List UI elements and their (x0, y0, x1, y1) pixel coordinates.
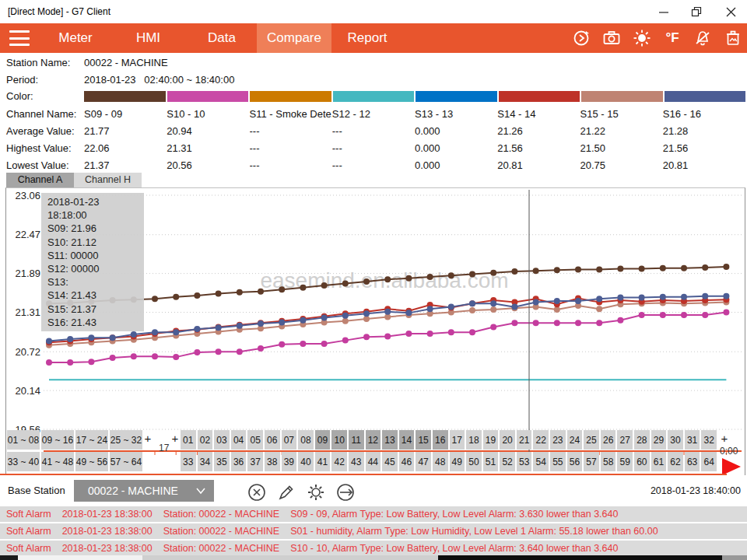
channel-number-button[interactable]: 14 (399, 430, 415, 450)
channel-number-button[interactable]: 19 (483, 430, 499, 450)
channel-number-button[interactable]: 30 (668, 430, 683, 450)
alarm-row[interactable]: Soft Alarm2018-01-23 18:38:00Station: 00… (0, 541, 747, 556)
expand-grid-left-button[interactable]: + (170, 432, 180, 445)
channel-number-button[interactable]: 60 (634, 452, 650, 471)
channel-number-button[interactable]: 09 (315, 430, 331, 450)
nav-item-report[interactable]: Report (341, 23, 394, 53)
channel-number-button[interactable]: 18 (466, 430, 482, 450)
channel-number-button[interactable]: 62 (668, 452, 683, 471)
channel-number-button[interactable]: 07 (282, 430, 297, 450)
channel-number-button[interactable]: 15 (416, 430, 431, 450)
nav-item-hmi[interactable]: HMI (127, 23, 170, 53)
channel-number-button[interactable]: 31 (685, 430, 700, 450)
channel-number-button[interactable]: 25 (584, 430, 599, 450)
channel-number-button[interactable]: 44 (366, 452, 381, 471)
channel-number-button[interactable]: 53 (517, 452, 532, 471)
channel-number-button[interactable]: 26 (601, 430, 616, 450)
minimize-button[interactable] (651, 0, 677, 23)
channel-number-button[interactable]: 04 (231, 430, 247, 450)
channel-number-button[interactable]: 57 (584, 452, 599, 471)
camera-icon[interactable] (602, 29, 621, 47)
channel-number-button[interactable]: 49 (450, 452, 465, 471)
channel-number-button[interactable]: 38 (265, 452, 280, 471)
channel-range-button[interactable]: 09 ~ 16 (41, 430, 74, 450)
channel-range-button[interactable]: 49 ~ 56 (75, 452, 108, 471)
channel-number-button[interactable]: 16 (433, 430, 448, 450)
channel-number-button[interactable]: 50 (466, 452, 482, 471)
channel-number-button[interactable]: 51 (483, 452, 499, 471)
channel-number-button[interactable]: 28 (634, 430, 650, 450)
channel-number-button[interactable]: 58 (601, 452, 616, 471)
mute-bell-icon[interactable] (693, 29, 712, 47)
channel-number-button[interactable]: 03 (214, 430, 230, 450)
channel-number-button[interactable]: 43 (349, 452, 364, 471)
menu-icon[interactable] (9, 30, 30, 46)
channel-number-button[interactable]: 55 (550, 452, 566, 471)
close-button[interactable] (717, 0, 744, 23)
alarm-row[interactable]: Soft Alarm2018-01-23 18:38:00Station: 00… (0, 523, 747, 539)
channel-number-button[interactable]: 17 (450, 430, 465, 450)
channel-number-button[interactable]: 41 (315, 452, 331, 471)
channel-range-button[interactable]: 57 ~ 64 (110, 452, 142, 471)
go-arrow-icon[interactable] (335, 482, 356, 502)
dismiss-icon[interactable] (247, 482, 267, 502)
channel-number-button[interactable]: 54 (533, 452, 549, 471)
channel-number-button[interactable]: 59 (617, 452, 633, 471)
channel-number-button[interactable]: 05 (247, 430, 263, 450)
channel-number-button[interactable]: 45 (382, 452, 398, 471)
sync-icon[interactable] (572, 29, 591, 47)
nav-item-meter[interactable]: Meter (48, 23, 103, 53)
brightness-icon[interactable] (633, 29, 651, 47)
channel-range-button[interactable]: 01 ~ 08 (7, 430, 40, 450)
restore-button[interactable] (683, 0, 710, 23)
channel-number-button[interactable]: 22 (533, 430, 549, 450)
channel-number-button[interactable]: 21 (517, 430, 532, 450)
channel-number-button[interactable]: 39 (282, 452, 297, 471)
channel-number-button[interactable]: 42 (331, 452, 347, 471)
channel-range-button[interactable]: 17 ~ 24 (75, 430, 108, 450)
channel-number-button[interactable]: 24 (567, 430, 583, 450)
channel-number-button[interactable]: 52 (500, 452, 515, 471)
channel-number-button[interactable]: 29 (651, 430, 667, 450)
nav-item-compare[interactable]: Compare (257, 23, 331, 53)
channel-number-button[interactable]: 34 (198, 452, 213, 471)
channel-number-button[interactable]: 47 (416, 452, 431, 471)
channel-number-button[interactable]: 13 (382, 430, 398, 450)
channel-number-button[interactable]: 35 (214, 452, 230, 471)
channel-number-button[interactable]: 23 (550, 430, 566, 450)
channel-number-button[interactable]: 37 (247, 452, 263, 471)
channel-number-button[interactable]: 11 (349, 430, 364, 450)
base-station-dropdown[interactable]: 00022 - MACHINE (74, 480, 214, 502)
channel-number-button[interactable]: 27 (617, 430, 633, 450)
edit-pencil-icon[interactable] (276, 482, 296, 502)
channel-number-button[interactable]: 20 (500, 430, 515, 450)
channel-number-button[interactable]: 48 (433, 452, 448, 471)
channel-number-button[interactable]: 08 (298, 430, 314, 450)
channel-number-button[interactable]: 02 (198, 430, 213, 450)
channel-range-button[interactable]: 33 ~ 40 (7, 452, 40, 471)
fahrenheit-icon[interactable]: °F (663, 29, 682, 47)
channel-range-button[interactable]: 25 ~ 32 (110, 430, 142, 450)
trash-icon[interactable] (724, 29, 742, 47)
channel-number-button[interactable]: 06 (265, 430, 280, 450)
nav-item-data[interactable]: Data (199, 23, 244, 53)
channel-number-button[interactable]: 36 (231, 452, 247, 471)
channel-number-button[interactable]: 56 (567, 452, 583, 471)
channel-number-button[interactable]: 33 (181, 452, 196, 471)
alarm-row[interactable]: Soft Alarm2018-01-23 18:38:00Station: 00… (0, 506, 747, 522)
channel-number-button[interactable]: 63 (685, 452, 700, 471)
tab-channel-a[interactable]: Channel A (6, 173, 74, 187)
channel-number-button[interactable]: 46 (399, 452, 415, 471)
channel-number-button[interactable]: 61 (651, 452, 667, 471)
channel-number-button[interactable]: 01 (181, 430, 196, 450)
channel-number-button[interactable]: 10 (331, 430, 347, 450)
settings-gear-icon[interactable] (306, 482, 326, 502)
channel-number-button[interactable]: 32 (701, 430, 717, 450)
channel-number-button[interactable]: 12 (366, 430, 381, 450)
channel-range-button[interactable]: 41 ~ 48 (41, 452, 74, 471)
expand-grid-right-button[interactable]: + (720, 432, 729, 445)
expand-left-button[interactable]: + (143, 432, 153, 445)
scroll-right-arrow[interactable] (722, 458, 741, 475)
channel-number-button[interactable]: 40 (298, 452, 314, 471)
channel-number-button[interactable]: 64 (701, 452, 717, 471)
